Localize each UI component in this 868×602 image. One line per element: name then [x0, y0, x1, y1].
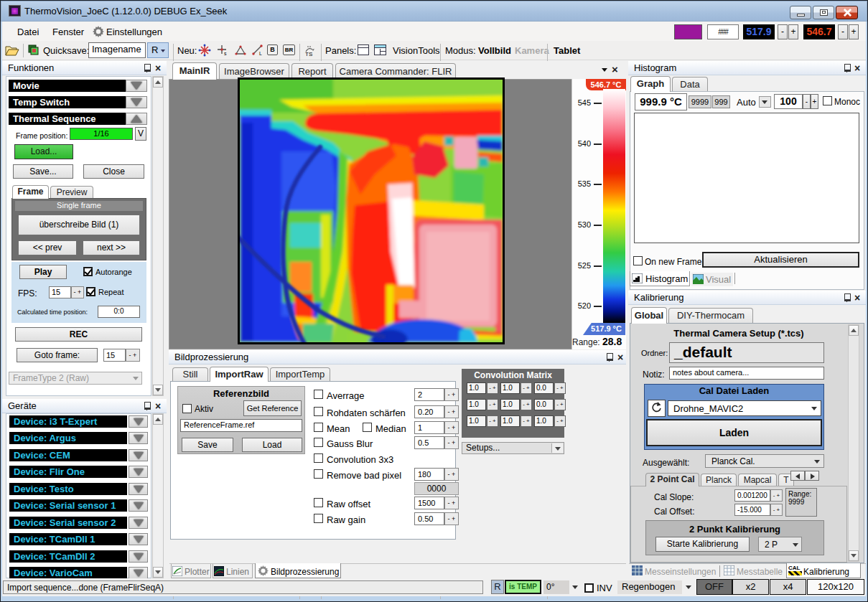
- svg-text:L: L: [259, 51, 262, 56]
- svg-text:s: s: [224, 51, 227, 56]
- svg-text:TS: TS: [305, 51, 312, 57]
